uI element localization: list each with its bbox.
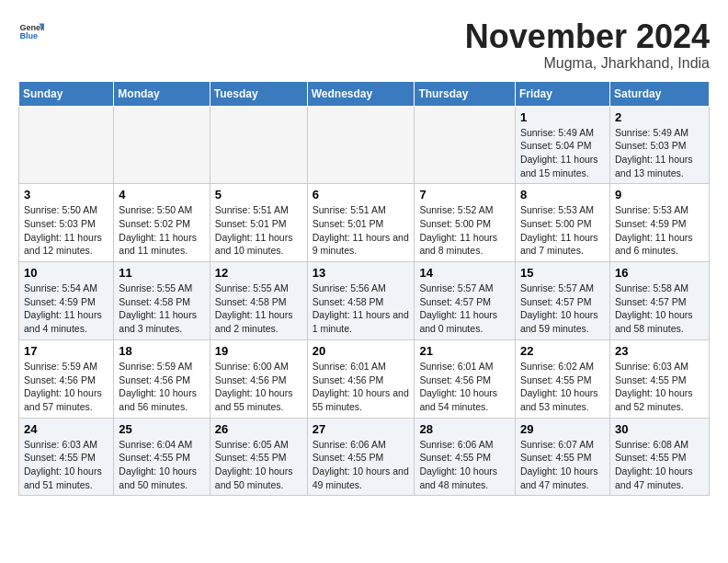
- weekday-header: Sunday: [19, 81, 114, 106]
- calendar-cell: [307, 106, 415, 184]
- day-info: Sunrise: 5:51 AM Sunset: 5:01 PM Dayligh…: [313, 203, 410, 258]
- day-number: 29: [520, 422, 605, 436]
- calendar-week-row: 1Sunrise: 5:49 AM Sunset: 5:04 PM Daylig…: [19, 106, 710, 184]
- day-info: Sunrise: 5:50 AM Sunset: 5:02 PM Dayligh…: [119, 203, 204, 258]
- calendar-cell: 30Sunrise: 6:08 AM Sunset: 4:55 PM Dayli…: [609, 418, 709, 496]
- calendar-cell: 2Sunrise: 5:49 AM Sunset: 5:03 PM Daylig…: [609, 106, 709, 184]
- calendar-cell: 5Sunrise: 5:51 AM Sunset: 5:01 PM Daylig…: [210, 184, 307, 262]
- header: General Blue November 2024 Mugma, Jharkh…: [18, 18, 710, 72]
- day-info: Sunrise: 6:06 AM Sunset: 4:55 PM Dayligh…: [419, 438, 510, 492]
- calendar-cell: 13Sunrise: 5:56 AM Sunset: 4:58 PM Dayli…: [307, 262, 415, 340]
- weekday-header: Friday: [515, 81, 609, 106]
- day-number: 1: [520, 110, 605, 124]
- day-number: 13: [313, 266, 410, 280]
- logo-icon: General Blue: [18, 18, 44, 44]
- weekday-header: Saturday: [609, 81, 709, 106]
- day-info: Sunrise: 5:53 AM Sunset: 4:59 PM Dayligh…: [615, 203, 704, 258]
- day-info: Sunrise: 5:59 AM Sunset: 4:56 PM Dayligh…: [119, 360, 204, 414]
- day-number: 14: [419, 266, 510, 280]
- calendar-cell: 7Sunrise: 5:52 AM Sunset: 5:00 PM Daylig…: [415, 184, 516, 262]
- weekday-header: Tuesday: [210, 81, 307, 106]
- calendar-table: SundayMondayTuesdayWednesdayThursdayFrid…: [18, 81, 710, 497]
- calendar-cell: 23Sunrise: 6:03 AM Sunset: 4:55 PM Dayli…: [609, 339, 709, 418]
- location: Mugma, Jharkhand, India: [465, 55, 710, 72]
- calendar-cell: 14Sunrise: 5:57 AM Sunset: 4:57 PM Dayli…: [415, 262, 516, 340]
- day-info: Sunrise: 5:52 AM Sunset: 5:00 PM Dayligh…: [419, 203, 510, 258]
- day-number: 7: [419, 188, 510, 201]
- day-number: 17: [24, 344, 108, 358]
- day-number: 20: [313, 344, 410, 358]
- day-info: Sunrise: 5:55 AM Sunset: 4:58 PM Dayligh…: [119, 282, 204, 336]
- calendar-cell: 6Sunrise: 5:51 AM Sunset: 5:01 PM Daylig…: [307, 184, 415, 262]
- day-number: 11: [119, 266, 204, 280]
- day-info: Sunrise: 6:02 AM Sunset: 4:55 PM Dayligh…: [520, 360, 605, 414]
- day-info: Sunrise: 5:49 AM Sunset: 5:04 PM Dayligh…: [520, 126, 605, 180]
- calendar-week-row: 3Sunrise: 5:50 AM Sunset: 5:03 PM Daylig…: [19, 184, 710, 262]
- day-number: 15: [520, 266, 605, 280]
- day-info: Sunrise: 6:08 AM Sunset: 4:55 PM Dayligh…: [615, 438, 704, 492]
- day-number: 12: [215, 266, 302, 280]
- calendar-cell: 22Sunrise: 6:02 AM Sunset: 4:55 PM Dayli…: [515, 339, 609, 418]
- calendar-week-row: 24Sunrise: 6:03 AM Sunset: 4:55 PM Dayli…: [19, 418, 710, 496]
- day-info: Sunrise: 5:57 AM Sunset: 4:57 PM Dayligh…: [419, 282, 510, 336]
- day-info: Sunrise: 6:03 AM Sunset: 4:55 PM Dayligh…: [615, 360, 704, 414]
- day-number: 6: [313, 188, 410, 201]
- day-info: Sunrise: 5:53 AM Sunset: 5:00 PM Dayligh…: [520, 203, 605, 258]
- day-number: 30: [615, 422, 704, 436]
- calendar-cell: 19Sunrise: 6:00 AM Sunset: 4:56 PM Dayli…: [210, 339, 307, 418]
- day-info: Sunrise: 5:56 AM Sunset: 4:58 PM Dayligh…: [313, 282, 410, 336]
- day-number: 5: [215, 188, 302, 201]
- calendar-cell: 28Sunrise: 6:06 AM Sunset: 4:55 PM Dayli…: [415, 418, 516, 496]
- day-info: Sunrise: 6:06 AM Sunset: 4:55 PM Dayligh…: [313, 438, 410, 492]
- day-info: Sunrise: 6:04 AM Sunset: 4:55 PM Dayligh…: [119, 438, 204, 492]
- calendar-cell: 26Sunrise: 6:05 AM Sunset: 4:55 PM Dayli…: [210, 418, 307, 496]
- day-number: 24: [24, 422, 108, 436]
- day-info: Sunrise: 6:07 AM Sunset: 4:55 PM Dayligh…: [520, 438, 605, 492]
- calendar-cell: [210, 106, 307, 184]
- day-info: Sunrise: 5:50 AM Sunset: 5:03 PM Dayligh…: [24, 203, 108, 258]
- calendar-cell: 10Sunrise: 5:54 AM Sunset: 4:59 PM Dayli…: [19, 262, 114, 340]
- day-info: Sunrise: 5:59 AM Sunset: 4:56 PM Dayligh…: [24, 360, 108, 414]
- day-number: 21: [419, 344, 510, 358]
- calendar-cell: 1Sunrise: 5:49 AM Sunset: 5:04 PM Daylig…: [515, 106, 609, 184]
- calendar-cell: [114, 106, 210, 184]
- day-info: Sunrise: 6:01 AM Sunset: 4:56 PM Dayligh…: [419, 360, 510, 414]
- day-number: 3: [24, 188, 108, 201]
- day-number: 22: [520, 344, 605, 358]
- day-number: 4: [119, 188, 204, 201]
- calendar-week-row: 10Sunrise: 5:54 AM Sunset: 4:59 PM Dayli…: [19, 262, 710, 340]
- calendar-cell: 15Sunrise: 5:57 AM Sunset: 4:57 PM Dayli…: [515, 262, 609, 340]
- day-number: 8: [520, 188, 605, 201]
- calendar-cell: 27Sunrise: 6:06 AM Sunset: 4:55 PM Dayli…: [307, 418, 415, 496]
- day-number: 9: [615, 188, 704, 201]
- day-info: Sunrise: 6:05 AM Sunset: 4:55 PM Dayligh…: [215, 438, 302, 492]
- weekday-header-row: SundayMondayTuesdayWednesdayThursdayFrid…: [19, 81, 710, 106]
- calendar-cell: 12Sunrise: 5:55 AM Sunset: 4:58 PM Dayli…: [210, 262, 307, 340]
- day-number: 28: [419, 422, 510, 436]
- svg-text:Blue: Blue: [19, 31, 38, 40]
- day-info: Sunrise: 5:51 AM Sunset: 5:01 PM Dayligh…: [215, 203, 302, 258]
- calendar-cell: [415, 106, 516, 184]
- day-info: Sunrise: 5:57 AM Sunset: 4:57 PM Dayligh…: [520, 282, 605, 336]
- day-info: Sunrise: 5:58 AM Sunset: 4:57 PM Dayligh…: [615, 282, 704, 336]
- weekday-header: Thursday: [415, 81, 516, 106]
- calendar-cell: 24Sunrise: 6:03 AM Sunset: 4:55 PM Dayli…: [19, 418, 114, 496]
- day-info: Sunrise: 5:49 AM Sunset: 5:03 PM Dayligh…: [615, 126, 704, 180]
- day-number: 19: [215, 344, 302, 358]
- day-info: Sunrise: 6:01 AM Sunset: 4:56 PM Dayligh…: [313, 360, 410, 414]
- calendar-cell: 21Sunrise: 6:01 AM Sunset: 4:56 PM Dayli…: [415, 339, 516, 418]
- day-info: Sunrise: 6:03 AM Sunset: 4:55 PM Dayligh…: [24, 438, 108, 492]
- calendar-cell: [19, 106, 114, 184]
- day-number: 26: [215, 422, 302, 436]
- day-number: 10: [24, 266, 108, 280]
- month-title: November 2024: [465, 18, 710, 55]
- calendar-cell: 11Sunrise: 5:55 AM Sunset: 4:58 PM Dayli…: [114, 262, 210, 340]
- day-number: 23: [615, 344, 704, 358]
- day-number: 18: [119, 344, 204, 358]
- calendar-cell: 16Sunrise: 5:58 AM Sunset: 4:57 PM Dayli…: [609, 262, 709, 340]
- day-number: 2: [615, 110, 704, 124]
- title-area: November 2024 Mugma, Jharkhand, India: [465, 18, 710, 72]
- day-info: Sunrise: 5:55 AM Sunset: 4:58 PM Dayligh…: [215, 282, 302, 336]
- calendar-cell: 3Sunrise: 5:50 AM Sunset: 5:03 PM Daylig…: [19, 184, 114, 262]
- calendar-cell: 9Sunrise: 5:53 AM Sunset: 4:59 PM Daylig…: [609, 184, 709, 262]
